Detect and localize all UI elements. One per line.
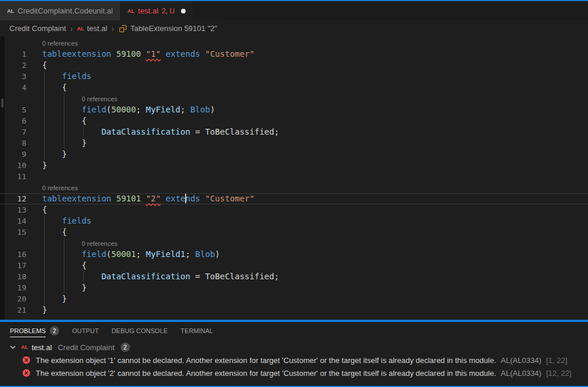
line-content[interactable]: field(50001; MyField1; Blob) [42, 249, 588, 260]
line-number[interactable]: 18 [0, 271, 42, 282]
line-number[interactable]: 4 [0, 82, 42, 93]
modified-dot[interactable] [181, 9, 186, 13]
line-content[interactable]: } [42, 293, 588, 304]
line-number[interactable]: 2 [0, 60, 42, 71]
code-line-10[interactable]: 10} [0, 160, 588, 171]
line-content[interactable]: } [42, 282, 588, 293]
line-content[interactable]: { [42, 115, 588, 126]
line-number[interactable]: 1 [0, 49, 42, 60]
line-content[interactable]: tableextension 59100 "1" extends "Custom… [42, 49, 588, 60]
code-token: "Customer" [205, 194, 254, 203]
breadcrumb-item[interactable]: ALtest.al [77, 24, 108, 33]
panel-tab-output[interactable]: OUTPUT [72, 324, 98, 337]
line-content[interactable]: fields [42, 71, 588, 82]
line-content[interactable]: DataClassification = ToBeClassified; [42, 271, 588, 282]
code-line-7[interactable]: 7DataClassification = ToBeClassified; [0, 126, 588, 138]
codelens-references[interactable]: 0 references [81, 240, 117, 247]
problems-file-name: test.al [32, 343, 52, 352]
line-content[interactable]: } [42, 160, 588, 171]
line-content[interactable]: tableextension 59101 "2" extends "Custom… [42, 193, 588, 204]
line-content[interactable]: field(50000; MyField; Blob) [42, 104, 588, 115]
line-number[interactable]: 6 [0, 115, 42, 126]
line-number[interactable]: 20 [0, 293, 42, 304]
line-number[interactable]: 14 [0, 215, 42, 227]
breadcrumb-item[interactable]: TableExtension 59101 "2" [118, 24, 217, 33]
line-number[interactable]: 8 [0, 138, 42, 149]
code-line-17[interactable]: 17{ [0, 260, 588, 271]
code-token: } [81, 283, 86, 292]
code-line-19[interactable]: 19} [0, 282, 588, 293]
code-line-12[interactable]: 12tableextension 59101 "2" extends "Cust… [0, 193, 588, 204]
line-number[interactable]: 10 [0, 160, 42, 171]
code-line-21[interactable]: 21} [0, 304, 588, 316]
code-editor[interactable]: 0 references1tableextension 59100 "1" ex… [0, 36, 588, 320]
code-line-20[interactable]: 20} [0, 293, 588, 304]
code-line-11[interactable]: 11 [0, 171, 588, 182]
line-number[interactable]: 13 [0, 204, 42, 215]
line-content[interactable]: { [42, 227, 588, 238]
problem-row[interactable]: The extension object '2' cannot be decla… [0, 367, 588, 379]
code-token [160, 49, 165, 59]
panel-tab-label: PROBLEMS [10, 324, 46, 337]
code-token: "Customer" [205, 49, 254, 59]
code-line-2[interactable]: 2{ [0, 60, 588, 71]
editor-tab-test.al[interactable]: ALtest.al2, U [121, 1, 193, 20]
problem-message: The extension object '1' cannot be decla… [36, 356, 496, 365]
line-number[interactable]: 12 [0, 193, 42, 204]
line-number[interactable]: 7 [0, 126, 42, 138]
code-line-15[interactable]: 15{ [0, 227, 588, 238]
chevron-down-icon[interactable] [8, 343, 18, 352]
code-line-5[interactable]: 5field(50000; MyField; Blob) [0, 104, 588, 115]
codelens-references[interactable]: 0 references [81, 95, 117, 102]
code-line-4[interactable]: 4{ [0, 82, 588, 93]
line-number[interactable]: 17 [0, 260, 42, 271]
line-number [0, 93, 42, 104]
panel-tab-debug-console[interactable]: DEBUG CONSOLE [111, 324, 167, 337]
line-content[interactable]: } [42, 304, 588, 316]
line-content[interactable] [42, 171, 588, 182]
line-content[interactable]: fields [42, 215, 588, 227]
indent-guide [44, 238, 45, 249]
code-line-6[interactable]: 6{ [0, 115, 588, 126]
codelens-references[interactable]: 0 references [42, 184, 78, 191]
code-line-14[interactable]: 14fields [0, 215, 588, 227]
code-token: ; [136, 105, 146, 114]
code-token: MyField [146, 105, 180, 114]
code-line-1[interactable]: 1tableextension 59100 "1" extends "Custo… [0, 49, 588, 60]
editor-tab-CreditComplaint.Codeunit.al[interactable]: ALCreditComplaint.Codeunit.al [0, 1, 120, 20]
code-token [141, 49, 146, 59]
line-number[interactable]: 3 [0, 71, 42, 82]
panel-tab-terminal[interactable]: TERMINAL [180, 324, 213, 337]
problems-file-group[interactable]: ALtest.alCredit Complaint2 [0, 341, 588, 354]
breadcrumb: Credit Complaint›ALtest.al›TableExtensio… [0, 20, 588, 36]
line-content[interactable]: { [42, 260, 588, 271]
breadcrumb-item[interactable]: Credit Complaint [9, 24, 66, 33]
code-line-18[interactable]: 18DataClassification = ToBeClassified; [0, 271, 588, 282]
line-content[interactable]: } [42, 138, 588, 149]
indent-guide [44, 215, 45, 227]
code-line-3[interactable]: 3fields [0, 71, 588, 82]
code-line-16[interactable]: 16field(50001; MyField1; Blob) [0, 249, 588, 260]
line-content[interactable]: { [42, 60, 588, 71]
line-number[interactable]: 21 [0, 304, 42, 316]
line-number[interactable]: 5 [0, 104, 42, 115]
code-line-8[interactable]: 8} [0, 138, 588, 149]
code-token: ; [136, 249, 146, 259]
codelens-references[interactable]: 0 references [42, 40, 78, 47]
line-content[interactable]: { [42, 204, 588, 215]
problem-row[interactable]: The extension object '1' cannot be decla… [0, 354, 588, 367]
line-number [0, 37, 42, 49]
line-content[interactable]: { [42, 82, 588, 93]
line-number[interactable]: 15 [0, 227, 42, 238]
line-number[interactable]: 9 [0, 149, 42, 160]
line-number[interactable]: 16 [0, 249, 42, 260]
line-content[interactable]: } [42, 149, 588, 160]
code-line-13[interactable]: 13{ [0, 204, 588, 215]
line-content[interactable]: DataClassification = ToBeClassified; [42, 126, 588, 138]
panel-tab-problems[interactable]: PROBLEMS2 [10, 324, 59, 337]
line-number[interactable]: 11 [0, 171, 42, 182]
line-number[interactable]: 19 [0, 282, 42, 293]
code-token: exte [166, 194, 186, 203]
code-line-9[interactable]: 9} [0, 149, 588, 160]
indent-guide [44, 104, 45, 115]
